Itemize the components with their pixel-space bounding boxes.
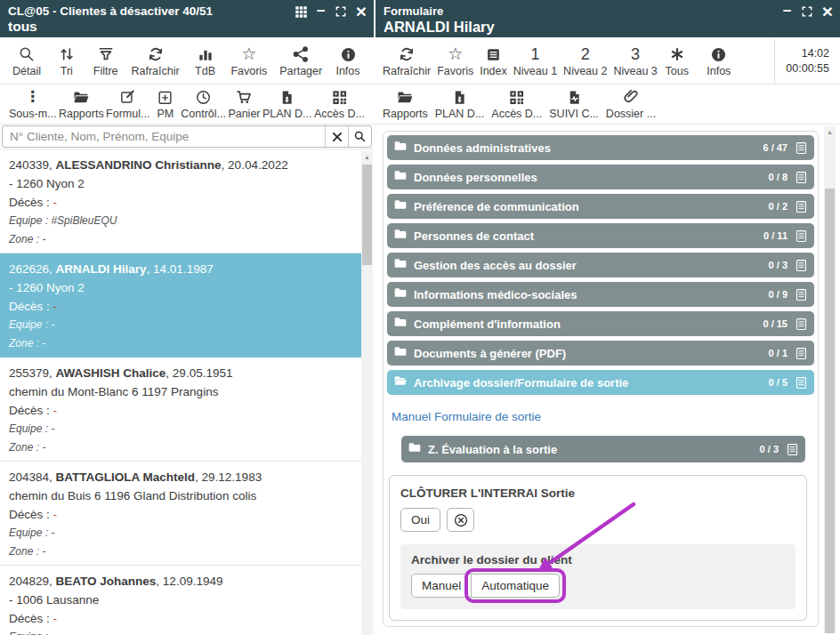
- section-form-icon[interactable]: [795, 347, 808, 360]
- asterisk-icon: [669, 45, 685, 63]
- search-input[interactable]: [3, 126, 325, 147]
- control-button[interactable]: Contrôl...: [181, 88, 226, 120]
- access-button[interactable]: Accès D...: [314, 88, 365, 120]
- client-list-item[interactable]: 204829, BEATO Johannes, 12.09.1949 - 100…: [0, 566, 361, 635]
- level2-button[interactable]: 2 Niveau 2: [563, 45, 607, 77]
- favorites-button[interactable]: ☆ Favoris: [230, 45, 267, 77]
- fullscreen-icon[interactable]: [335, 4, 347, 19]
- folder-icon: [408, 440, 422, 458]
- client-list-item[interactable]: 255379, AWASHISH Chalice, 29.05.1951 che…: [0, 358, 361, 462]
- submenu-button[interactable]: ⋮ Sous-m...: [9, 88, 57, 120]
- infos-button[interactable]: Infos: [706, 45, 732, 77]
- client-equipe-line: Equipe : -: [9, 628, 352, 635]
- automatique-button[interactable]: Automatique: [471, 574, 560, 598]
- form-edit-button[interactable]: Formul...: [106, 88, 149, 120]
- elapsed-time: 00:00:55: [786, 61, 829, 76]
- section-form-icon[interactable]: [795, 318, 808, 331]
- search-submit-icon[interactable]: [348, 126, 371, 147]
- archiver-dossier-label: Archiver le dossier du client: [411, 553, 785, 567]
- folder-icon: [393, 139, 408, 157]
- favorites-button[interactable]: ☆ Favoris: [437, 45, 473, 77]
- section-count: 0 / 11: [763, 230, 788, 241]
- right-window-titlebar: Formulaire ARNALDI Hilary − ×: [374, 0, 840, 37]
- suivi-button[interactable]: SUIVI C...: [549, 88, 599, 120]
- detail-button[interactable]: Détail: [12, 45, 41, 77]
- minimize-icon[interactable]: −: [783, 4, 792, 19]
- accordion-section-header[interactable]: Archivage dossier/Formulaire de sortie 0…: [387, 370, 814, 395]
- client-list-item[interactable]: 240339, ALESSANDRINO Christianne, 20.04.…: [0, 149, 361, 253]
- accordion-section-header[interactable]: Gestion des accès au dossier 0 / 3: [387, 253, 814, 277]
- oui-button[interactable]: Oui: [400, 508, 440, 532]
- right-scrollbar-thumb[interactable]: [825, 189, 835, 633]
- manual-exit-form-link[interactable]: Manuel Formulaire de sortie: [392, 410, 541, 423]
- fullscreen-icon[interactable]: [801, 4, 813, 19]
- section-form-icon[interactable]: [795, 288, 808, 301]
- clear-answer-button[interactable]: [447, 508, 474, 532]
- share-icon: [292, 45, 310, 63]
- section-count: 6 / 47: [763, 142, 788, 153]
- accordion-section-header[interactable]: Informations médico-sociales 0 / 9: [387, 282, 814, 307]
- folder-icon: [393, 315, 408, 333]
- accordion-section-header[interactable]: Personnes de contact 0 / 11: [387, 223, 814, 248]
- infos-button[interactable]: Infos: [335, 45, 361, 77]
- scroll-up-icon[interactable]: ▲: [361, 151, 373, 163]
- folder-icon: [393, 256, 408, 274]
- pm-button[interactable]: PM: [152, 88, 179, 120]
- search-detail-icon: [18, 45, 36, 63]
- subsection-title: Z. Évaluation à la sortie: [428, 443, 760, 456]
- sort-button[interactable]: Tri: [53, 45, 80, 77]
- client-name-line: 204829, BEATO Johannes, 12.09.1949: [9, 572, 352, 591]
- client-address: - 1260 Nyon 2: [9, 174, 352, 193]
- minimize-icon[interactable]: −: [317, 4, 326, 19]
- app-grid-icon[interactable]: [295, 4, 308, 19]
- manuel-button[interactable]: Manuel: [411, 574, 472, 598]
- left-scrollbar[interactable]: ▲: [361, 151, 373, 635]
- left-scrollbar-thumb[interactable]: [362, 165, 372, 265]
- dossier-button[interactable]: Dossier ...: [606, 88, 656, 120]
- close-icon[interactable]: ×: [822, 4, 833, 19]
- reports-button[interactable]: Rapports: [59, 88, 104, 120]
- section-title: Informations médico-sociales: [414, 288, 769, 301]
- client-address: - 1006 Lausanne: [9, 591, 352, 609]
- right-scrollbar[interactable]: ▲: [824, 126, 836, 633]
- refresh-button[interactable]: Rafraîchir: [383, 45, 431, 77]
- close-icon[interactable]: ×: [356, 4, 367, 19]
- filter-button[interactable]: Filtre: [93, 45, 119, 77]
- section-form-icon[interactable]: [795, 259, 808, 272]
- scroll-up-icon[interactable]: ▲: [824, 126, 836, 138]
- level1-button[interactable]: 1 Niveau 1: [513, 45, 557, 77]
- accordion-section-header[interactable]: Données administratives 6 / 47: [387, 135, 814, 160]
- all-levels-button[interactable]: Tous: [664, 45, 691, 77]
- index-button[interactable]: Index: [480, 45, 507, 77]
- level3-button[interactable]: 3 Niveau 3: [613, 45, 657, 77]
- qr-code-icon: [508, 88, 525, 106]
- refresh-button[interactable]: Rafraîchir: [132, 45, 180, 77]
- section-form-icon[interactable]: [795, 171, 808, 184]
- left-window-titlebar: CL@05 - Clientes à désactiver 40/51 tous…: [0, 0, 374, 37]
- basket-button[interactable]: Panier: [228, 88, 260, 120]
- section-form-icon[interactable]: [795, 229, 808, 243]
- access-button[interactable]: Accès D...: [491, 88, 542, 120]
- accordion-section-header[interactable]: Complément d'information 0 / 15: [387, 311, 814, 336]
- section-form-icon[interactable]: [786, 443, 799, 456]
- section-form-icon[interactable]: [795, 141, 808, 155]
- clear-search-icon[interactable]: [325, 126, 348, 147]
- reports-button[interactable]: Rapports: [383, 88, 428, 120]
- accordion-section-header[interactable]: Documents à générer (PDF) 0 / 1: [387, 341, 814, 366]
- tdb-button[interactable]: TdB: [192, 45, 219, 77]
- plan-button[interactable]: PLAN D...: [262, 88, 312, 120]
- section-form-icon[interactable]: [795, 200, 808, 213]
- folder-icon: [393, 285, 408, 303]
- client-list-item[interactable]: 262626, ARNALDI Hilary, 14.01.1987 - 126…: [0, 253, 361, 358]
- section-title: Données personnelles: [414, 171, 769, 184]
- plan-button[interactable]: PLAN D...: [435, 88, 485, 120]
- client-list-item[interactable]: 204384, BATTAGLIOLA Machteld, 29.12.1983…: [0, 462, 361, 566]
- accordion-section-header[interactable]: Données personnelles 0 / 8: [387, 165, 814, 189]
- share-button[interactable]: Partager: [279, 45, 322, 77]
- section-count: 0 / 3: [769, 260, 788, 270]
- accordion-subsection-header[interactable]: Z. Évaluation à la sortie 0 / 3: [401, 436, 805, 462]
- section-form-icon[interactable]: [795, 376, 808, 390]
- client-name-line: 204384, BATTAGLIOLA Machteld, 29.12.1983: [9, 468, 352, 486]
- cart-icon: [235, 88, 253, 106]
- accordion-section-header[interactable]: Préférence de communication 0 / 2: [387, 194, 814, 219]
